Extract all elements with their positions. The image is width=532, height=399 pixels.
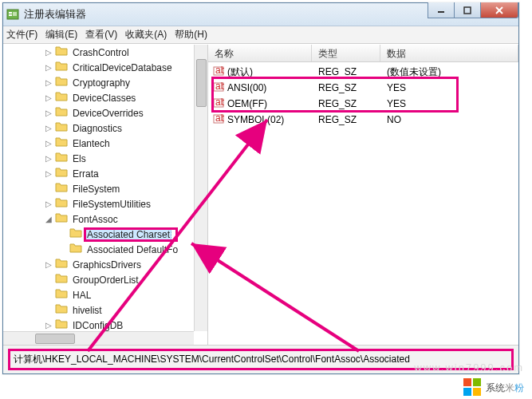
titlebar: 注册表编辑器 (3, 3, 518, 26)
svg-text:ab: ab (215, 113, 224, 124)
tree-item[interactable]: ▷Errata (3, 166, 194, 181)
tree-item[interactable]: ▷DeviceClasses (3, 90, 194, 105)
tree-view[interactable]: ▷CrashControl▷CriticalDeviceDatabase▷Cry… (3, 45, 194, 331)
expander-closed-icon[interactable]: ▷ (43, 168, 54, 180)
body-area: ▷CrashControl▷CriticalDeviceDatabase▷Cry… (3, 45, 518, 345)
tree-item[interactable]: ◢FontAssoc (3, 211, 194, 227)
folder-icon (55, 288, 71, 302)
folder-icon (55, 61, 71, 74)
folder-icon (55, 45, 71, 59)
tree-item[interactable]: ▷Elantech (3, 136, 194, 151)
list-cell-name: (默认) (227, 65, 253, 79)
tree-horizontal-scrollbar[interactable] (3, 331, 194, 345)
svg-text:ab: ab (215, 65, 224, 76)
list-cell-name: SYMBOL(02) (227, 114, 284, 125)
tree-item-label: CriticalDeviceDatabase (71, 62, 174, 73)
expander-closed-icon[interactable]: ▷ (43, 108, 54, 119)
tree-item-label: Associated DefaultFo (85, 244, 179, 255)
column-header-data[interactable]: 数据 (380, 45, 518, 61)
expander-closed-icon[interactable]: ▷ (43, 47, 54, 58)
column-header-name[interactable]: 名称 (208, 45, 312, 61)
folder-icon (55, 303, 71, 317)
list-cell-data: (数值未设置) (380, 65, 518, 79)
folder-icon (55, 136, 71, 150)
window-controls (428, 2, 518, 18)
menu-favorites[interactable]: 收藏夹(A) (125, 28, 167, 41)
tree-item[interactable]: GroupOrderList (3, 272, 194, 287)
tree-pane: ▷CrashControl▷CriticalDeviceDatabase▷Cry… (3, 45, 208, 345)
maximize-button[interactable] (454, 2, 481, 18)
string-value-icon: ab (213, 81, 224, 95)
list-row[interactable]: abANSI(00)REG_SZYES (208, 80, 518, 96)
svg-text:ab: ab (215, 97, 224, 108)
branding-logo: 系统米粉 (463, 378, 524, 396)
list-row[interactable]: abSYMBOL(02)REG_SZNO (208, 112, 518, 128)
folder-icon (55, 91, 71, 105)
tree-item[interactable]: ▷CrashControl (3, 45, 194, 60)
tree-item-label: Errata (71, 168, 100, 180)
branding-text: 系统米粉 (486, 380, 524, 395)
menubar: 文件(F) 编辑(E) 查看(V) 收藏夹(A) 帮助(H) (3, 26, 518, 44)
tree-item[interactable]: ▷GraphicsDrivers (3, 257, 194, 272)
svg-text:ab: ab (215, 81, 224, 92)
expander-none (43, 184, 54, 195)
minimize-button[interactable] (428, 2, 455, 18)
tree-item[interactable]: Associated DefaultFo (3, 242, 194, 257)
list-row[interactable]: ab(默认)REG_SZ(数值未设置) (208, 64, 518, 80)
expander-closed-icon[interactable]: ▷ (43, 62, 54, 73)
list-cell-data: YES (380, 98, 518, 109)
tree-item-label: DeviceClasses (71, 93, 137, 104)
tree-item-label: FontAssoc (71, 214, 120, 225)
string-value-icon: ab (213, 113, 224, 127)
svg-rect-3 (13, 12, 17, 16)
tree-item-label: Elantech (71, 138, 112, 149)
folder-icon (55, 318, 71, 331)
tree-vertical-scrollbar[interactable] (194, 45, 207, 331)
expander-none (43, 275, 54, 286)
folder-icon (55, 121, 71, 135)
tree-item[interactable]: ▷Els (3, 151, 194, 166)
svg-rect-5 (464, 7, 471, 14)
expander-none (57, 229, 69, 240)
tree-item[interactable]: HAL (3, 287, 194, 302)
folder-icon (55, 197, 71, 211)
tree-item[interactable]: Associated Charset (3, 227, 194, 242)
expander-closed-icon[interactable]: ▷ (43, 77, 54, 89)
statusbar-path: 计算机\HKEY_LOCAL_MACHINE\SYSTEM\CurrentCon… (14, 354, 410, 365)
list-cell-type: REG_SZ (312, 82, 380, 93)
tree-item[interactable]: ▷DeviceOverrides (3, 105, 194, 120)
tree-item[interactable]: FileSystem (3, 181, 194, 196)
tree-item-label: Els (71, 153, 88, 164)
menu-file[interactable]: 文件(F) (6, 28, 37, 41)
close-button[interactable] (480, 2, 518, 18)
expander-closed-icon[interactable]: ▷ (43, 153, 54, 164)
regedit-window: 注册表编辑器 文件(F) 编辑(E) 查看(V) 收藏夹(A) 帮助(H) ▷C… (2, 2, 519, 374)
app-icon (6, 8, 19, 21)
expander-closed-icon[interactable]: ▷ (43, 123, 54, 134)
expander-open-icon[interactable]: ◢ (43, 214, 54, 225)
menu-edit[interactable]: 编辑(E) (45, 28, 77, 41)
expander-closed-icon[interactable]: ▷ (43, 138, 54, 149)
expander-none (43, 290, 54, 301)
menu-help[interactable]: 帮助(H) (175, 28, 207, 41)
tree-item-label: Associated Charset (85, 228, 171, 241)
menu-view[interactable]: 查看(V) (85, 28, 117, 41)
expander-closed-icon[interactable]: ▷ (43, 320, 54, 331)
column-header-type[interactable]: 类型 (312, 45, 380, 61)
tree-item[interactable]: ▷CriticalDeviceDatabase (3, 60, 194, 75)
tree-item[interactable]: ▷Diagnostics (3, 120, 194, 136)
tree-item[interactable]: hivelist (3, 302, 194, 318)
svg-rect-2 (9, 14, 12, 16)
expander-closed-icon[interactable]: ▷ (43, 259, 54, 271)
tree-item-label: Diagnostics (71, 123, 124, 134)
tree-item[interactable]: ▷IDConfigDB (3, 318, 194, 331)
tree-item[interactable]: ▷FileSystemUtilities (3, 196, 194, 211)
expander-closed-icon[interactable]: ▷ (43, 93, 54, 104)
list-cell-data: YES (380, 82, 518, 93)
folder-icon (55, 76, 71, 89)
tree-item[interactable]: ▷Cryptography (3, 75, 194, 90)
list-row[interactable]: abOEM(FF)REG_SZYES (208, 96, 518, 112)
svg-rect-1 (9, 12, 12, 14)
list-body[interactable]: ab(默认)REG_SZ(数值未设置)abANSI(00)REG_SZYESab… (208, 62, 518, 128)
expander-closed-icon[interactable]: ▷ (43, 199, 54, 210)
